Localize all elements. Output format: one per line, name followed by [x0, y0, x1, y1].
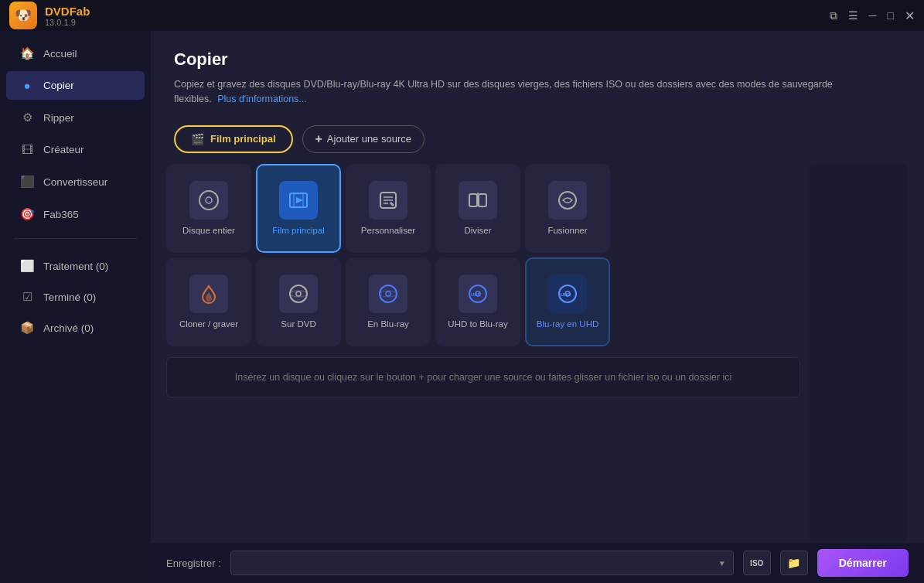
svg-marker-5 — [296, 197, 303, 203]
sidebar-label-traitement: Traitement (0) — [43, 261, 108, 272]
bluray-uhd-icon: UHD — [548, 274, 587, 313]
save-label: Enregistrer : — [166, 557, 221, 569]
more-info-link[interactable]: Plus d'informations... — [217, 94, 307, 104]
mode-card-cloner-graver[interactable]: Cloner / graver — [166, 257, 251, 346]
svg-point-1 — [206, 197, 212, 203]
app-title-block: DVDFab 13.0.1.9 — [45, 5, 90, 27]
svg-text:UHD: UHD — [561, 292, 571, 297]
home-icon: 🏠 — [20, 46, 34, 60]
fab365-icon: 🎯 — [20, 207, 34, 221]
dvd-icon — [279, 274, 318, 313]
sidebar-item-createur[interactable]: 🎞 Créateur — [6, 135, 145, 164]
right-panel — [808, 164, 909, 544]
page-title: Copier — [174, 49, 901, 70]
sidebar-divider — [14, 238, 137, 239]
app-name: DVDFab — [45, 5, 90, 18]
film-principal-button[interactable]: 🎬 Film principal — [174, 125, 293, 153]
page-header: Copier Copiez et gravez des disques DVD/… — [151, 31, 924, 119]
sidebar: 🏠 Accueil ● Copier ⚙ Ripper 🎞 Créateur ⬛… — [0, 31, 151, 583]
maximize-icon[interactable]: □ — [888, 9, 894, 22]
svg-marker-10 — [390, 202, 394, 206]
sidebar-label-copier: Copier — [43, 80, 74, 91]
titlebar: 🐶 DVDFab 13.0.1.9 ⧉ ☰ ─ □ ✕ — [0, 0, 924, 31]
copy-icon: ● — [20, 79, 34, 92]
sidebar-item-archive[interactable]: 📦 Archivé (0) — [6, 313, 145, 343]
archive-icon: 📦 — [20, 321, 34, 335]
sidebar-label-accueil: Accueil — [43, 48, 77, 60]
mode-card-sur-dvd[interactable]: Sur DVD — [256, 257, 341, 346]
svg-rect-12 — [479, 194, 486, 206]
folder-button[interactable]: 📁 — [780, 551, 808, 575]
mode-label-uhd-to-bluray: UHD to Blu-ray — [448, 319, 507, 329]
svg-point-19 — [386, 292, 390, 296]
sidebar-label-termine: Terminé (0) — [43, 292, 96, 303]
iso-button[interactable]: ISO — [743, 551, 771, 575]
sidebar-bottom: ⬜ Traitement (0) ☑ Terminé (0) 📦 Archivé… — [0, 250, 151, 344]
film-reel-icon — [279, 181, 318, 220]
mode-card-bluray-en-uhd[interactable]: UHD Blu-ray en UHD — [525, 257, 610, 346]
mode-card-uhd-to-bluray[interactable]: UHD UHD to Blu-ray — [435, 257, 520, 346]
mode-label-bluray-en-uhd: Blu-ray en UHD — [537, 319, 599, 329]
mode-card-personnaliser[interactable]: Personnaliser — [346, 164, 431, 253]
creator-icon: 🎞 — [20, 143, 34, 156]
main-layout: 🏠 Accueil ● Copier ⚙ Ripper 🎞 Créateur ⬛… — [0, 31, 924, 583]
sidebar-item-traitement[interactable]: ⬜ Traitement (0) — [6, 251, 145, 281]
sidebar-item-fab365[interactable]: 🎯 Fab365 — [6, 199, 145, 229]
sidebar-item-accueil[interactable]: 🏠 Accueil — [6, 39, 145, 68]
modes-row-2: Cloner / graver Sur DVD — [166, 257, 800, 346]
sidebar-label-archive: Archivé (0) — [43, 322, 94, 334]
close-icon[interactable]: ✕ — [905, 9, 915, 23]
sidebar-item-convertisseur[interactable]: ⬛ Convertisseur — [6, 167, 145, 196]
save-dropdown[interactable] — [230, 551, 734, 575]
logo-emoji: 🐶 — [15, 7, 32, 24]
svg-point-0 — [199, 191, 218, 210]
mode-label-fusionner: Fusionner — [547, 226, 587, 235]
bottom-bar: Enregistrer : ▼ ISO 📁 Démarrer — [151, 543, 924, 583]
drop-zone: Insérez un disque ou cliquez sur le bout… — [166, 357, 800, 397]
titlebar-left: 🐶 DVDFab 13.0.1.9 — [9, 2, 90, 29]
mode-label-personnaliser: Personnaliser — [361, 226, 415, 235]
split-icon — [459, 181, 497, 220]
folder-icon: 📁 — [787, 557, 800, 569]
mode-card-disque-entier[interactable]: Disque entier — [166, 164, 251, 253]
svg-text:UHD: UHD — [471, 292, 482, 297]
termine-icon: ☑ — [20, 290, 34, 304]
svg-point-14 — [559, 192, 576, 209]
sidebar-item-termine[interactable]: ☑ Terminé (0) — [6, 282, 145, 312]
sidebar-label-ripper: Ripper — [43, 112, 74, 124]
mode-card-film-principal[interactable]: Film principal — [256, 164, 341, 253]
mode-label-cloner-graver: Cloner / graver — [179, 319, 238, 329]
mode-card-fusionner[interactable]: Fusionner — [525, 164, 610, 253]
modes-area: Disque entier Film principal — [151, 164, 924, 544]
film-principal-label: Film principal — [210, 133, 276, 145]
film-icon: 🎬 — [191, 133, 204, 145]
titlebar-controls: ⧉ ☰ ─ □ ✕ — [830, 9, 915, 23]
merge-icon — [548, 181, 587, 220]
svg-rect-3 — [293, 193, 295, 207]
demarrer-button[interactable]: Démarrer — [817, 549, 909, 577]
modes-row-1: Disque entier Film principal — [166, 164, 800, 253]
content-area: Copier Copiez et gravez des disques DVD/… — [151, 31, 924, 583]
action-bar: 🎬 Film principal + Ajouter une source — [151, 119, 924, 164]
svg-rect-11 — [469, 194, 477, 206]
mode-label-film-principal: Film principal — [272, 226, 325, 235]
traitement-icon: ⬜ — [20, 259, 34, 273]
menu-icon[interactable]: ☰ — [848, 9, 858, 22]
widget-icon[interactable]: ⧉ — [830, 9, 837, 22]
minimize-icon[interactable]: ─ — [869, 9, 877, 22]
mode-card-diviser[interactable]: Diviser — [435, 164, 520, 253]
mode-label-sur-dvd: Sur DVD — [281, 319, 315, 329]
app-logo: 🐶 — [9, 2, 37, 29]
add-source-label: Ajouter une source — [327, 133, 411, 145]
sidebar-label-createur: Créateur — [43, 144, 84, 155]
edit-icon — [369, 181, 407, 220]
converter-icon: ⬛ — [20, 175, 34, 189]
mode-card-en-bluray[interactable]: En Blu-ray — [346, 257, 431, 346]
plus-icon: + — [315, 132, 322, 146]
sidebar-item-copier[interactable]: ● Copier — [6, 71, 145, 100]
ripper-icon: ⚙ — [20, 111, 34, 124]
svg-point-18 — [380, 285, 397, 302]
add-source-button[interactable]: + Ajouter une source — [302, 125, 424, 153]
sidebar-item-ripper[interactable]: ⚙ Ripper — [6, 103, 145, 132]
mode-label-disque-entier: Disque entier — [182, 226, 235, 235]
